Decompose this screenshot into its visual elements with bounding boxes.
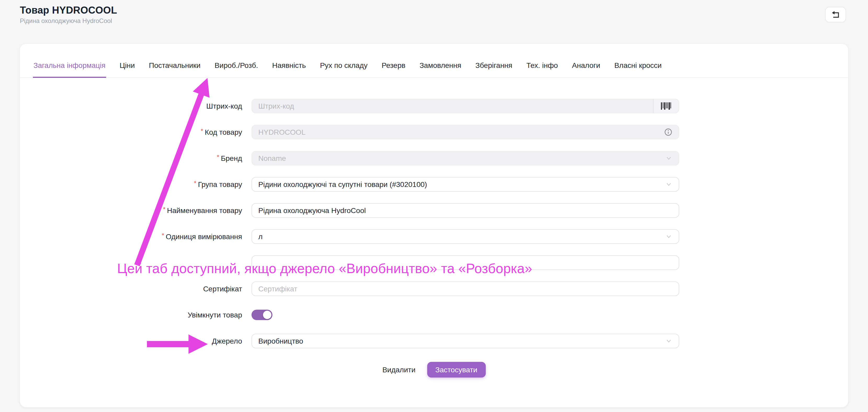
brand-select[interactable]: Noname bbox=[251, 151, 679, 166]
tab-analohy[interactable]: Аналоги bbox=[571, 61, 601, 78]
product-code-label: Код товару bbox=[205, 128, 242, 136]
info-icon[interactable] bbox=[664, 128, 673, 136]
brand-label: Бренд bbox=[221, 154, 242, 162]
product-group-label: Група товару bbox=[198, 180, 242, 188]
header-titles: Товар HYDROCOOL Рідина охолоджуюча Hydro… bbox=[20, 5, 117, 25]
tab-tsiny[interactable]: Ціни bbox=[119, 61, 135, 78]
chevron-down-icon bbox=[665, 233, 673, 240]
source-row: Джерело Виробництво bbox=[20, 334, 848, 348]
brand-row: *Бренд Noname bbox=[20, 151, 848, 166]
enable-product-label: Увімкнути товар bbox=[20, 311, 242, 319]
toggle-knob bbox=[263, 311, 271, 319]
tab-postachalnyky[interactable]: Постачальники bbox=[149, 61, 201, 78]
product-card: Загальна інформація Ціни Постачальники В… bbox=[20, 44, 848, 407]
page-header: Товар HYDROCOOL Рідина охолоджуюча Hydro… bbox=[0, 0, 868, 29]
delete-button[interactable]: Видалити bbox=[382, 366, 415, 374]
unit-value: л bbox=[258, 232, 262, 241]
brand-value: Noname bbox=[258, 154, 286, 162]
product-name-row: *Найменування товару bbox=[20, 203, 848, 218]
unit-select[interactable]: л bbox=[251, 229, 679, 244]
tab-nayavnist[interactable]: Наявність bbox=[272, 61, 306, 78]
extra-field-row bbox=[20, 255, 848, 270]
product-code-field: HYDROCOOL bbox=[251, 125, 679, 139]
source-value: Виробництво bbox=[258, 337, 303, 345]
barcode-label: Штрих-код bbox=[20, 102, 242, 110]
certificate-label: Сертифікат bbox=[20, 284, 242, 293]
page-subtitle: Рідина охолоджуюча HydroCool bbox=[20, 17, 117, 25]
tab-vyrob-rozb[interactable]: Вироб./Розб. bbox=[214, 61, 258, 78]
required-mark: * bbox=[163, 206, 165, 213]
required-mark: * bbox=[194, 180, 196, 187]
tab-zagalna-informatsiya[interactable]: Загальна інформація bbox=[33, 61, 106, 78]
certificate-input[interactable] bbox=[251, 281, 679, 296]
product-name-input[interactable] bbox=[251, 203, 679, 218]
barcode-input[interactable] bbox=[251, 99, 653, 113]
chevron-down-icon bbox=[665, 337, 673, 345]
product-group-value: Рідини охолоджуючі та супутні товари (#3… bbox=[258, 180, 427, 188]
product-name-label: Найменування товару bbox=[167, 206, 242, 215]
tab-tekh-info[interactable]: Тех. інфо bbox=[526, 61, 558, 78]
barcode-icon bbox=[661, 102, 672, 110]
screen: Товар HYDROCOOL Рідина охолоджуюча Hydro… bbox=[0, 0, 868, 412]
tab-zberihannya[interactable]: Зберігання bbox=[475, 61, 513, 78]
certificate-row: Сертифікат bbox=[20, 281, 848, 296]
required-mark: * bbox=[217, 153, 219, 161]
chevron-down-icon bbox=[665, 154, 673, 162]
source-label: Джерело bbox=[20, 337, 242, 345]
tab-zamovlennya[interactable]: Замовлення bbox=[419, 61, 462, 78]
product-code-value: HYDROCOOL bbox=[258, 128, 305, 136]
general-info-form: Штрих-код *Код товару bbox=[20, 99, 848, 348]
tab-rezerv[interactable]: Резерв bbox=[381, 61, 406, 78]
product-group-select[interactable]: Рідини охолоджуючі та супутні товари (#3… bbox=[251, 177, 679, 192]
apply-button[interactable]: Застосувати bbox=[427, 362, 486, 378]
page-title: Товар HYDROCOOL bbox=[20, 5, 117, 16]
unit-row: *Одиниця вимірювання л bbox=[20, 229, 848, 244]
required-mark: * bbox=[162, 232, 164, 239]
back-button[interactable] bbox=[825, 7, 846, 23]
product-group-row: *Група товару Рідини охолоджуючі та супу… bbox=[20, 177, 848, 192]
source-select[interactable]: Виробництво bbox=[251, 334, 679, 348]
chevron-down-icon bbox=[665, 181, 673, 188]
barcode-scan-button[interactable] bbox=[653, 99, 679, 113]
required-mark: * bbox=[201, 128, 203, 135]
enable-product-row: Увімкнути товар bbox=[20, 308, 848, 322]
form-footer: Видалити Застосувати bbox=[20, 362, 848, 378]
enable-product-toggle[interactable] bbox=[251, 310, 272, 320]
return-arrow-icon bbox=[830, 10, 841, 19]
barcode-row: Штрих-код bbox=[20, 99, 848, 113]
unit-label: Одиниця вимірювання bbox=[166, 232, 242, 241]
tab-vlasni-krossy[interactable]: Власні кросси bbox=[614, 61, 662, 78]
product-code-row: *Код товару HYDROCOOL bbox=[20, 125, 848, 139]
extra-field-input[interactable] bbox=[251, 255, 679, 270]
tab-bar: Загальна інформація Ціни Постачальники В… bbox=[20, 44, 848, 78]
tab-rukh-po-skladu[interactable]: Рух по складу bbox=[319, 61, 368, 78]
